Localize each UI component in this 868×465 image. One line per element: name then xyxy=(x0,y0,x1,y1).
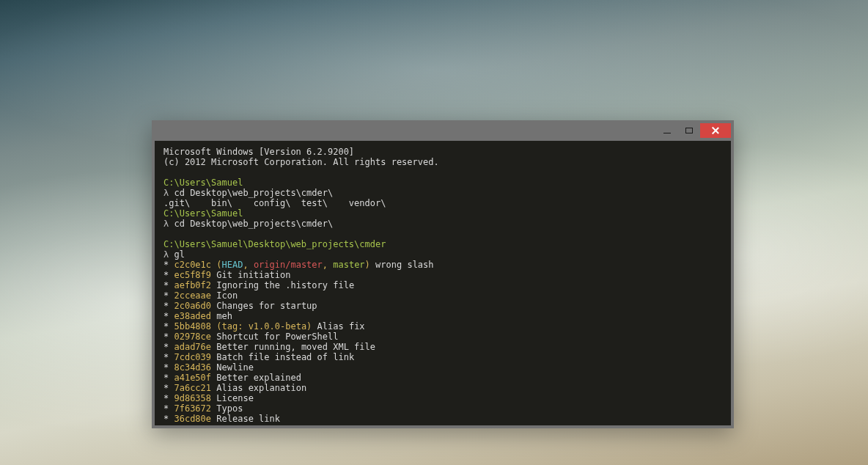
ref-origin: origin/master xyxy=(254,260,323,270)
commit-hash: 7f63672 xyxy=(174,403,211,414)
commit-msg: Better running, moved XML file xyxy=(216,342,375,352)
ref-tag: tag: v1.0.0-beta xyxy=(222,321,307,332)
prompt-lambda: λ xyxy=(163,188,169,198)
graph-star: * xyxy=(163,383,169,393)
git-log-line: * a41e50f Better explained xyxy=(163,373,722,383)
prompt-lambda: λ xyxy=(163,249,169,260)
blank-line xyxy=(163,167,722,177)
close-icon xyxy=(711,126,720,135)
close-button[interactable] xyxy=(700,123,731,138)
commit-hash: 02978ce xyxy=(174,332,211,342)
prompt-line: λ gl xyxy=(163,249,722,260)
git-log-line: * c2c0e1c (HEAD, origin/master, master) … xyxy=(163,260,722,270)
git-log-line: * 02978ce Shortcut for PowerShell xyxy=(163,332,722,342)
commit-hash: e38aded xyxy=(174,311,211,321)
git-log-line: * 7f63672 Typos xyxy=(163,403,722,414)
commit-hash: 5bb4808 xyxy=(174,321,211,332)
git-log-line: * 2c0a6d0 Changes for startup xyxy=(163,301,722,311)
graph-star: * xyxy=(163,280,169,290)
refs-open: ( xyxy=(216,260,221,270)
graph-star: * xyxy=(163,270,169,280)
commit-hash: 9d86358 xyxy=(174,393,211,403)
maximize-button[interactable] xyxy=(678,123,700,138)
graph-star: * xyxy=(163,352,169,362)
commit-msg: wrong slash xyxy=(370,260,434,270)
prompt-path: C:\Users\Samuel xyxy=(163,177,722,188)
git-log-line: * e38aded meh xyxy=(163,311,722,321)
git-log-line: * 8c34d36 Newline xyxy=(163,362,722,373)
commit-msg: Release link xyxy=(216,414,280,424)
git-log-line: * 7cdc039 Batch file instead of link xyxy=(163,352,722,362)
refs-close: ) xyxy=(365,260,370,270)
commit-hash: 8c34d36 xyxy=(174,362,211,373)
prompt-line: λ cd Desktop\web_projects\cmder\ xyxy=(163,219,722,229)
git-log-line: * 9d86358 License xyxy=(163,393,722,403)
commit-msg: Batch file instead of link xyxy=(216,352,354,362)
refs-open: ( xyxy=(216,321,221,332)
minimize-button[interactable] xyxy=(656,123,678,138)
refs-sep: , xyxy=(243,260,253,270)
prompt-path: C:\Users\Samuel xyxy=(163,208,722,219)
commit-hash: 36cd80e xyxy=(174,414,211,424)
commit-hash: 7a6cc21 xyxy=(174,383,211,393)
git-log-line: * 5bb4808 (tag: v1.0.0-beta) Alias fix xyxy=(163,321,722,332)
commit-hash: adad76e xyxy=(174,342,211,352)
commit-msg: License xyxy=(216,393,254,403)
commit-msg: Alias fix xyxy=(312,321,364,332)
commit-hash: aefb0f2 xyxy=(174,280,211,290)
graph-star: * xyxy=(163,414,169,424)
graph-star: * xyxy=(163,260,169,270)
commit-hash: ec5f8f9 xyxy=(174,270,211,280)
graph-star: * xyxy=(163,332,169,342)
graph-star: * xyxy=(163,290,169,301)
header-line: (c) 2012 Microsoft Corporation. All righ… xyxy=(163,157,722,167)
commit-hash: 7cdc039 xyxy=(174,352,211,362)
git-log-line: * adad76e Better running, moved XML file xyxy=(163,342,722,352)
graph-star: * xyxy=(163,301,169,311)
header-line: Microsoft Windows [Version 6.2.9200] xyxy=(163,147,722,157)
git-log-line: * 2cceaae Icon xyxy=(163,290,722,301)
graph-star: * xyxy=(163,373,169,383)
prompt-command: gl xyxy=(174,249,184,260)
prompt-command: cd Desktop\web_projects\cmder\ xyxy=(174,219,333,229)
git-log-line: * 7a6cc21 Alias explanation xyxy=(163,383,722,393)
commit-hash: a41e50f xyxy=(174,373,211,383)
prompt-path: C:\Users\Samuel\Desktop\web_projects\cmd… xyxy=(163,239,722,249)
commit-msg: Better explained xyxy=(216,373,301,383)
commit-msg: Newline xyxy=(216,362,254,373)
commit-msg: Typos xyxy=(216,403,243,414)
tab-completion: .git\ bin\ config\ test\ vendor\ xyxy=(163,198,722,208)
minimize-icon xyxy=(663,133,671,133)
maximize-icon xyxy=(685,128,693,133)
window-titlebar[interactable] xyxy=(155,123,731,141)
git-log-line: * ec5f8f9 Git initiation xyxy=(163,270,722,280)
commit-msg: meh xyxy=(216,311,232,321)
graph-star: * xyxy=(163,311,169,321)
prompt-lambda: λ xyxy=(163,219,169,229)
commit-hash: 2cceaae xyxy=(174,290,211,301)
ref-master: master xyxy=(333,260,364,270)
graph-star: * xyxy=(163,393,169,403)
ref-head: HEAD xyxy=(222,260,243,270)
commit-msg: Icon xyxy=(216,290,238,301)
git-log-line: * 36cd80e Release link xyxy=(163,414,722,424)
terminal-window: Microsoft Windows [Version 6.2.9200](c) … xyxy=(152,120,734,428)
commit-msg: Shortcut for PowerShell xyxy=(216,332,338,342)
commit-msg: Changes for startup xyxy=(216,301,317,311)
commit-msg: Git initiation xyxy=(216,270,290,280)
commit-hash: c2c0e1c xyxy=(174,260,211,270)
terminal-body[interactable]: Microsoft Windows [Version 6.2.9200](c) … xyxy=(155,141,731,425)
graph-star: * xyxy=(163,342,169,352)
blank-line xyxy=(163,229,722,239)
prompt-command: cd Desktop\web_projects\cmder\ xyxy=(174,188,333,198)
graph-star: * xyxy=(163,403,169,414)
graph-star: * xyxy=(163,362,169,373)
commit-msg: Alias explanation xyxy=(216,383,306,393)
commit-msg: Ignoring the .history file xyxy=(216,280,354,290)
prompt-line: λ cd Desktop\web_projects\cmder\ xyxy=(163,188,722,198)
refs-sep: , xyxy=(323,260,333,270)
git-log-line: * aefb0f2 Ignoring the .history file xyxy=(163,280,722,290)
graph-star: * xyxy=(163,321,169,332)
commit-hash: 2c0a6d0 xyxy=(174,301,211,311)
